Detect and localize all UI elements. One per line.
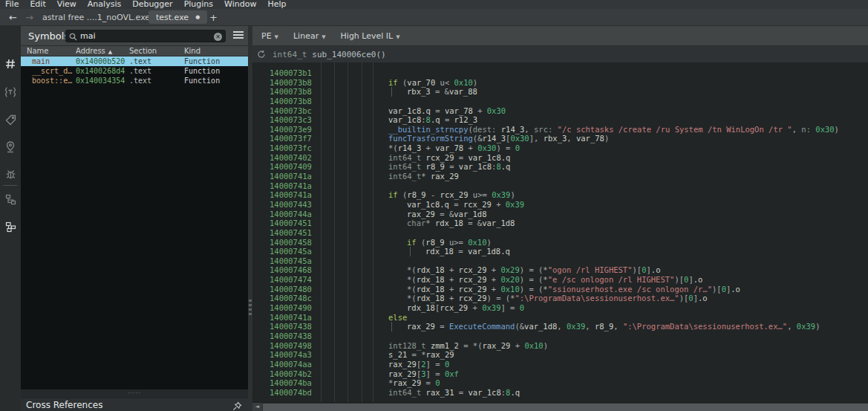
code-line[interactable]: 14000741aelse bbox=[252, 313, 868, 323]
menu-analysis[interactable]: Analysis bbox=[88, 0, 121, 9]
code-address[interactable]: 140007402 bbox=[270, 153, 312, 163]
code-address[interactable]: 1400074b2 bbox=[270, 369, 312, 379]
code-address[interactable]: 1400073b1 bbox=[270, 68, 312, 78]
menu-debugger[interactable]: Debugger bbox=[132, 0, 172, 9]
tab-astral-free[interactable]: astral free ....1_noOVL.exe ● bbox=[42, 10, 161, 24]
column-header-section[interactable]: Section bbox=[129, 47, 157, 55]
code-address[interactable]: 140007480 bbox=[270, 285, 312, 294]
code-address[interactable]: 140007490 bbox=[270, 303, 312, 313]
code-address[interactable]: 140007468 bbox=[270, 265, 312, 275]
refresh-icon[interactable] bbox=[257, 50, 266, 59]
column-header-name[interactable]: Name bbox=[27, 47, 49, 55]
code-line[interactable]: 14000744arax_29 = &var_1d8 bbox=[252, 210, 868, 219]
code-address[interactable]: 1400073e9 bbox=[270, 125, 312, 135]
code-line[interactable]: 140007458if (r8_9 u>= 0x10) bbox=[252, 238, 868, 247]
il-level-dropdown[interactable]: High Level IL▼ bbox=[341, 31, 400, 41]
hash-icon[interactable] bbox=[4, 57, 17, 71]
tab-test-exe[interactable]: test.exe ● bbox=[149, 10, 207, 24]
code-address[interactable]: 140007474 bbox=[270, 275, 312, 285]
code-line[interactable]: 14000745ardx_18 = var_1d8.q bbox=[252, 247, 868, 256]
code-line[interactable]: 1400073bcvar_1c8.q = var_78 + 0x30 bbox=[252, 106, 868, 116]
horizontal-scrollbar[interactable]: ◄ bbox=[252, 402, 868, 411]
new-tab-button[interactable]: + bbox=[209, 9, 218, 25]
code-line[interactable]: 140007451char* rdx_18 = &var_1d8 bbox=[252, 219, 868, 228]
code-address[interactable]: 140007438 bbox=[270, 322, 312, 331]
code-address[interactable]: 140007438 bbox=[270, 331, 312, 341]
code-address[interactable]: 1400073f7 bbox=[270, 134, 312, 143]
code-line[interactable]: 14000741a bbox=[252, 181, 868, 191]
code-address[interactable]: 14000741a bbox=[270, 172, 312, 181]
code-line[interactable]: 14000741aint64_t* rax_29 bbox=[252, 172, 868, 181]
code-address[interactable]: 140007451 bbox=[270, 228, 312, 238]
code-line[interactable]: 140007402int64_t rcx_29 = var_1c8.q bbox=[252, 153, 868, 163]
code-address[interactable]: 140007458 bbox=[270, 238, 312, 247]
hierarchy-icon[interactable] bbox=[4, 192, 17, 206]
menu-help[interactable]: Help bbox=[267, 0, 286, 9]
code-line[interactable]: 1400073b1 bbox=[252, 68, 868, 78]
code-address[interactable]: 1400073fc bbox=[270, 143, 312, 153]
symbols-search-input[interactable] bbox=[80, 30, 199, 42]
code-line[interactable]: 1400074ba*rax_29 = 0 bbox=[252, 378, 868, 388]
menu-window[interactable]: Window bbox=[224, 0, 256, 9]
code-address[interactable]: 1400073b8 bbox=[270, 87, 312, 97]
nav-back-icon[interactable]: ← bbox=[9, 9, 17, 25]
code-address[interactable]: 1400074aa bbox=[270, 360, 312, 369]
code-line[interactable]: 140007498int128_t zmm1_2 = *(rax_29 + 0x… bbox=[252, 341, 868, 351]
code-address[interactable]: 14000748c bbox=[270, 294, 312, 303]
code-address[interactable]: 1400074ba bbox=[270, 378, 312, 388]
bug-icon[interactable] bbox=[4, 167, 17, 181]
function-name[interactable]: sub_140006ce0() bbox=[312, 50, 385, 59]
scrollbar-thumb[interactable] bbox=[263, 404, 868, 411]
symbols-search-box[interactable]: ✕ bbox=[65, 30, 226, 42]
code-line[interactable]: 1400074a3s_21 = *rax_29 bbox=[252, 350, 868, 360]
menu-edit[interactable]: Edit bbox=[30, 0, 45, 9]
pin-icon[interactable] bbox=[232, 400, 242, 411]
code-line[interactable]: 1400073b8if (var_70 u< 0x10) bbox=[252, 78, 868, 88]
code-line[interactable]: 140007443var_1c8.q = rcx_29 + 0x39 bbox=[252, 200, 868, 210]
code-line[interactable]: 1400073b8 bbox=[252, 97, 868, 106]
code-address[interactable]: 14000741a bbox=[270, 190, 312, 200]
code-line[interactable]: 1400073e9__builtin_strncpy(dest: r14_3, … bbox=[252, 125, 868, 135]
splitter-handle[interactable] bbox=[249, 300, 252, 317]
code-line[interactable]: 140007451 bbox=[252, 228, 868, 238]
code-address[interactable]: 14000745a bbox=[270, 256, 312, 266]
code-address[interactable]: 14000744a bbox=[270, 210, 312, 219]
hamburger-icon[interactable] bbox=[233, 31, 244, 40]
code-line[interactable]: 1400073c3var_1c8:8.q = r12_3 bbox=[252, 115, 868, 125]
search-clear-icon[interactable]: ✕ bbox=[214, 33, 222, 41]
code-line[interactable]: 14000741aif (r8_9 - rcx_29 u>= 0x39) bbox=[252, 190, 868, 200]
code-address[interactable]: 140007451 bbox=[270, 219, 312, 228]
code-line[interactable]: 1400073fc*(r14_3 + var_78 + 0x30) = 0 bbox=[252, 143, 868, 153]
code-address[interactable]: 1400073b8 bbox=[270, 97, 312, 106]
table-row[interactable]: main0x14000b520.textFunction bbox=[21, 56, 248, 66]
code-address[interactable]: 14000741a bbox=[270, 313, 312, 323]
code-line[interactable]: 140007490rdx_18[rcx_29 + 0x39] = 0 bbox=[252, 303, 868, 313]
code-address[interactable]: 1400074a3 bbox=[270, 350, 312, 360]
code-address[interactable]: 1400074bd bbox=[270, 388, 312, 398]
hlil-code-view[interactable]: 1400073b11400073b8if (var_70 u< 0x10)140… bbox=[252, 62, 868, 402]
code-line[interactable]: 140007409int64_t r8_9 = var_1c8:8.q bbox=[252, 162, 868, 172]
code-address[interactable]: 140007498 bbox=[270, 341, 312, 351]
nav-forward-icon[interactable]: → bbox=[25, 9, 33, 25]
table-row[interactable]: __scrt_d…0x1400268d4.textFunction bbox=[21, 66, 248, 76]
code-line[interactable]: 1400074aarax_29[2] = 0 bbox=[252, 360, 868, 369]
column-header-address[interactable]: Address▲ bbox=[76, 47, 112, 55]
code-line[interactable]: 14000748c*(rdx_18 + rcx_29) = (*":\Progr… bbox=[252, 294, 868, 303]
binary-view-dropdown[interactable]: PE▼ bbox=[261, 31, 278, 41]
code-address[interactable]: 1400073c3 bbox=[270, 115, 312, 125]
location-icon[interactable] bbox=[4, 140, 17, 154]
types-icon[interactable] bbox=[4, 85, 17, 99]
column-header-kind[interactable]: Kind bbox=[184, 47, 200, 55]
code-line[interactable]: 140007468*(rdx_18 + rcx_29 + 0x29) = (*"… bbox=[252, 265, 868, 275]
code-address[interactable]: 140007409 bbox=[270, 162, 312, 172]
code-address[interactable]: 1400073bc bbox=[270, 106, 312, 116]
code-address[interactable]: 140007443 bbox=[270, 200, 312, 210]
code-line[interactable]: 1400074b2rax_29[3] = 0xf bbox=[252, 369, 868, 379]
table-row[interactable]: boost::e…0x140034354.textFunction bbox=[21, 76, 248, 85]
code-address[interactable]: 14000741a bbox=[270, 181, 312, 191]
code-line[interactable]: 1400073b8rbx_3 = &var_88 bbox=[252, 87, 868, 97]
scroll-left-icon[interactable]: ◄ bbox=[252, 403, 262, 411]
menu-plugins[interactable]: Plugins bbox=[184, 0, 213, 9]
code-line[interactable]: 14000745a bbox=[252, 256, 868, 266]
code-line[interactable]: 140007438rax_29 = ExecuteCommand(&var_1d… bbox=[252, 322, 868, 331]
